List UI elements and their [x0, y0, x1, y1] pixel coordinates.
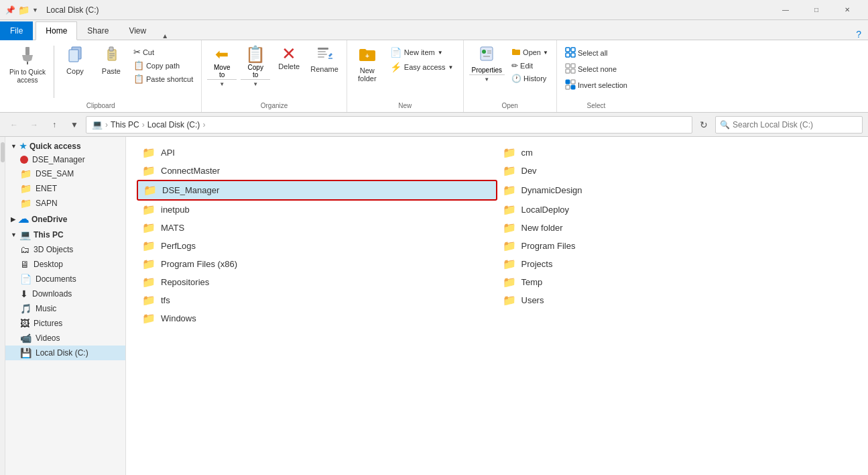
file-item-users[interactable]: 📁 Users	[497, 291, 858, 309]
search-input[interactable]	[733, 120, 858, 129]
sidebar: ▼ ★ Quick access DSE_Manager 📁 DSE_SAM 📁…	[5, 137, 126, 475]
new-folder-button[interactable]: + New folder	[353, 43, 382, 85]
edit-button[interactable]: ✏ Edit	[509, 60, 551, 72]
file-item-api[interactable]: 📁 API	[137, 144, 497, 162]
sidebar-quick-access[interactable]: ▼ ★ Quick access	[5, 140, 125, 153]
file-item-dev[interactable]: 📁 Dev	[497, 162, 858, 180]
sidebar-item-music[interactable]: 🎵 Music	[5, 301, 125, 316]
copy-to-button[interactable]: 📋 Copy to ▼	[241, 43, 270, 89]
new-item-dropdown[interactable]: ▼	[438, 50, 443, 56]
dse-manager-icon	[20, 156, 28, 164]
sidebar-item-sapn[interactable]: 📁 SAPN	[5, 196, 125, 211]
file-item-mats[interactable]: 📁 MATS	[137, 219, 497, 237]
move-to-button[interactable]: ⬅ Move to ▼	[207, 43, 237, 89]
file-item-program-files[interactable]: 📁 Program Files	[497, 237, 858, 255]
file-item-perflogs[interactable]: 📁 PerfLogs	[137, 237, 497, 255]
pin-to-quick-access-button[interactable]: Pin to Quick access	[5, 43, 50, 87]
path-bar[interactable]: 💻 › This PC › Local Disk (C:) ›	[86, 116, 692, 134]
maximize-button[interactable]: □	[801, 0, 832, 20]
sidebar-item-documents[interactable]: 📄 Documents	[5, 272, 125, 286]
easy-access-button[interactable]: ⚡ Easy access ▼	[386, 60, 458, 74]
file-item-temp[interactable]: 📁 Temp	[497, 273, 858, 291]
file-item-new-folder[interactable]: 📁 New folder	[497, 219, 858, 237]
recent-button[interactable]: ▼	[66, 116, 83, 134]
properties-icon	[478, 45, 495, 66]
ribbon-group-select: Select all Select none	[557, 40, 635, 112]
up-button[interactable]: ↑	[46, 116, 63, 134]
sidebar-item-local-disk[interactable]: 💾 Local Disk (C:)	[5, 346, 125, 360]
folder-icon-connectmaster: 📁	[142, 164, 156, 177]
file-item-tfs[interactable]: 📁 tfs	[137, 291, 497, 309]
folder-icon-inetpub: 📁	[142, 203, 156, 216]
edit-icon: ✏	[511, 61, 518, 70]
svg-rect-21	[566, 48, 570, 52]
refresh-button[interactable]: ↻	[695, 116, 712, 134]
path-this-pc[interactable]: This PC	[111, 120, 139, 129]
copy-button[interactable]: Copy	[58, 43, 92, 78]
properties-button[interactable]: Properties ▼	[469, 43, 505, 84]
file-item-windows[interactable]: 📁 Windows	[137, 309, 497, 327]
properties-arrow[interactable]: ▼	[469, 74, 505, 84]
file-item-projects[interactable]: 📁 Projects	[497, 255, 858, 273]
file-item-dynamic-design[interactable]: 📁 DynamicDesign	[497, 180, 858, 201]
file-item-cm[interactable]: 📁 cm	[497, 144, 858, 162]
sidebar-item-downloads[interactable]: ⬇ Downloads	[5, 286, 125, 301]
sidebar-item-videos[interactable]: 📹 Videos	[5, 331, 125, 346]
cut-button[interactable]: ✂ Cut	[131, 46, 196, 58]
paste-shortcut-button[interactable]: 📋 Paste shortcut	[131, 72, 196, 85]
back-button[interactable]: ←	[5, 116, 23, 134]
ribbon-tabs: File Home Share View ▲ ?	[0, 20, 868, 40]
file-item-program-files-x86[interactable]: 📁 Program Files (x86)	[137, 255, 497, 273]
tab-view[interactable]: View	[119, 21, 156, 40]
close-button[interactable]: ✕	[832, 0, 863, 20]
path-local-disk[interactable]: Local Disk (C:)	[147, 120, 200, 129]
folder-icon-localdeploy: 📁	[503, 203, 516, 216]
open-button[interactable]: Open ▼	[509, 46, 551, 59]
svg-marker-1	[22, 55, 33, 62]
easy-access-icon: ⚡	[390, 62, 401, 72]
folder-icon-api: 📁	[142, 146, 156, 159]
history-button[interactable]: 🕐 History	[509, 72, 551, 85]
tab-file[interactable]: File	[0, 21, 33, 40]
paste-button[interactable]: Paste	[95, 43, 128, 78]
file-item-local-deploy[interactable]: 📁 LocalDeploy	[497, 201, 858, 219]
sidebar-item-dse-manager[interactable]: DSE_Manager	[5, 153, 125, 166]
file-item-dse-manager[interactable]: 📁 DSE_Manager	[137, 180, 497, 201]
expand-ribbon-button[interactable]: ▲	[156, 32, 174, 40]
invert-selection-button[interactable]: Invert selection	[562, 78, 630, 93]
file-item-inetpub[interactable]: 📁 inetpub	[137, 201, 497, 219]
svg-rect-11	[318, 51, 326, 52]
delete-button[interactable]: ✕ Delete	[274, 43, 304, 72]
sidebar-item-enet[interactable]: 📁 ENET	[5, 181, 125, 196]
file-item-repositories[interactable]: 📁 Repositories	[137, 273, 497, 291]
easy-access-dropdown[interactable]: ▼	[448, 64, 454, 70]
tab-home[interactable]: Home	[36, 21, 77, 40]
select-all-button[interactable]: Select all	[562, 46, 630, 60]
sidebar-onedrive[interactable]: ▶ ☁ OneDrive	[5, 211, 125, 227]
help-button[interactable]: ?	[849, 29, 868, 40]
minimize-button[interactable]: —	[770, 0, 801, 20]
tab-share[interactable]: Share	[77, 21, 119, 40]
rename-button[interactable]: Rename	[308, 43, 341, 75]
folder-icon-dse-manager: 📁	[143, 184, 157, 197]
dropdown-icon[interactable]: ▼	[32, 7, 38, 13]
sidebar-item-3d-objects[interactable]: 🗂 3D Objects	[5, 242, 125, 257]
new-item-button[interactable]: 📄 New item ▼	[386, 46, 458, 59]
forward-button[interactable]: →	[25, 116, 43, 134]
sidebar-scrollbar-thumb[interactable]	[1, 142, 5, 162]
sidebar-item-dse-sam[interactable]: 📁 DSE_SAM	[5, 166, 125, 181]
sidebar-item-desktop[interactable]: 🖥 Desktop	[5, 257, 125, 272]
sidebar-this-pc[interactable]: ▼ 💻 This PC	[5, 227, 125, 242]
copy-to-arrow[interactable]: ▼	[241, 79, 270, 89]
svg-rect-24	[571, 53, 575, 57]
folder-icon-mats: 📁	[142, 221, 156, 234]
select-none-button[interactable]: Select none	[562, 62, 630, 76]
move-to-arrow[interactable]: ▼	[207, 79, 237, 89]
quick-access-icon: 📌	[5, 5, 15, 15]
sidebar-item-pictures[interactable]: 🖼 Pictures	[5, 316, 125, 331]
file-item-connect-master[interactable]: 📁 ConnectMaster	[137, 162, 497, 180]
search-bar[interactable]: 🔍	[715, 116, 863, 134]
downloads-icon: ⬇	[20, 288, 28, 299]
copy-path-button[interactable]: 📋 Copy path	[131, 59, 196, 72]
dse-sam-icon: 📁	[20, 168, 32, 179]
